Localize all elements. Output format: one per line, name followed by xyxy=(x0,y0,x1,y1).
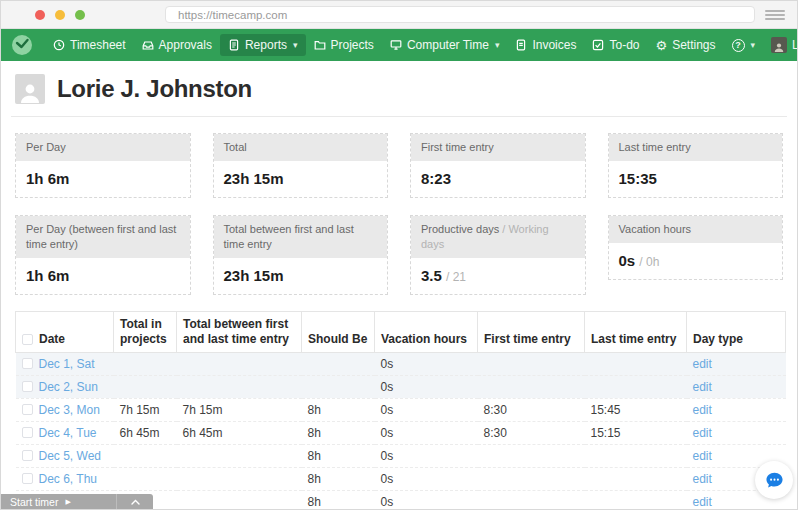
row-checkbox[interactable] xyxy=(22,358,33,369)
table-cell-total-in-projects xyxy=(114,444,177,467)
table-row: Dec 6, Thu8h0sedit xyxy=(16,467,786,490)
table-cell-date: Dec 5, Wed xyxy=(16,444,114,467)
main-navbar: Timesheet Approvals Reports ▾ Projects C… xyxy=(1,29,797,61)
table-row: Dec 2, Sun0sedit xyxy=(16,375,786,398)
card-label: Total xyxy=(214,134,388,161)
user-avatar xyxy=(15,74,45,104)
table-cell-vacation-hours: 0s xyxy=(375,467,478,490)
page-title: Lorie J. Johnston xyxy=(57,75,252,103)
zoom-window-button[interactable] xyxy=(75,10,85,20)
summary-cards: Per Day 1h 6m Total 23h 15m First time e… xyxy=(1,117,797,295)
table-cell-first-time-entry xyxy=(478,352,585,375)
table-cell-last-time-entry xyxy=(585,444,687,467)
edit-link[interactable]: edit xyxy=(693,426,712,440)
column-header-day-type: Day type xyxy=(687,311,786,352)
table-cell-first-time-entry xyxy=(478,467,585,490)
table-cell-last-time-entry xyxy=(585,490,687,510)
edit-link[interactable]: edit xyxy=(693,380,712,394)
card-label: Per Day (between first and last time ent… xyxy=(16,216,190,258)
table-row: Dec 1, Sat0sedit xyxy=(16,352,786,375)
days-table: Date Total in projects Total between fir… xyxy=(15,311,786,510)
card-value-secondary: / 0h xyxy=(639,255,659,269)
table-cell-first-time-entry xyxy=(478,490,585,510)
table-cell-vacation-hours: 0s xyxy=(375,490,478,510)
date-link[interactable]: Dec 5, Wed xyxy=(39,449,101,463)
card-value: 3.5 xyxy=(421,267,442,284)
chevron-up-icon xyxy=(131,499,140,505)
row-checkbox[interactable] xyxy=(22,473,33,484)
minimize-window-button[interactable] xyxy=(55,10,65,20)
date-link[interactable]: Dec 4, Tue xyxy=(39,426,97,440)
table-cell-should-be: 8h xyxy=(302,421,375,444)
edit-link[interactable]: edit xyxy=(693,403,712,417)
table-cell-first-time-entry xyxy=(478,375,585,398)
card-value: 15:35 xyxy=(609,161,783,197)
close-window-button[interactable] xyxy=(35,10,45,20)
table-cell-last-time-entry xyxy=(585,352,687,375)
card-label: Productive days xyxy=(421,223,499,235)
date-link[interactable]: Dec 2, Sun xyxy=(39,380,98,394)
nav-item-reports[interactable]: Reports ▾ xyxy=(220,34,306,56)
app-window: https://timecamp.com Timesheet Approvals… xyxy=(0,0,798,510)
nav-menu: Timesheet Approvals Reports ▾ Projects C… xyxy=(45,29,648,61)
edit-link[interactable]: edit xyxy=(693,449,712,463)
chevron-down-icon: ▾ xyxy=(293,40,298,50)
table-cell-total-between: 7h 15m xyxy=(177,398,302,421)
user-avatar-small xyxy=(771,37,787,53)
card-value: 1h 6m xyxy=(16,258,190,294)
card-productive-days: Productive days / Working days 3.5 / 21 xyxy=(410,215,586,295)
table-cell-total-in-projects xyxy=(114,375,177,398)
table-cell-total-in-projects: 7h 15m xyxy=(114,398,177,421)
table-row: Dec 5, Wed8h0sedit xyxy=(16,444,786,467)
card-per-day: Per Day 1h 6m xyxy=(15,133,191,198)
edit-link[interactable]: edit xyxy=(693,357,712,371)
start-timer-bar[interactable]: Start timer ▶ xyxy=(1,494,153,509)
date-link[interactable]: Dec 1, Sat xyxy=(39,357,95,371)
table-cell-vacation-hours: 0s xyxy=(375,375,478,398)
table-cell-date: Dec 4, Tue xyxy=(16,421,114,444)
address-bar[interactable]: https://timecamp.com xyxy=(165,6,755,23)
report-icon xyxy=(228,39,240,51)
table-cell-total-between xyxy=(177,375,302,398)
table-cell-first-time-entry: 8:30 xyxy=(478,421,585,444)
table-cell-total-in-projects: 6h 45m xyxy=(114,421,177,444)
table-cell-should-be: 8h xyxy=(302,398,375,421)
table-cell-vacation-hours: 0s xyxy=(375,398,478,421)
card-total: Total 23h 15m xyxy=(213,133,389,198)
nav-item-invoices[interactable]: Invoices xyxy=(507,34,584,56)
expand-timer-button[interactable] xyxy=(116,494,153,509)
edit-link[interactable]: edit xyxy=(693,472,712,486)
nav-item-todo[interactable]: To-do xyxy=(584,34,647,56)
table-cell-date: Dec 1, Sat xyxy=(16,352,114,375)
gear-icon: ⚙ xyxy=(656,39,668,52)
row-checkbox[interactable] xyxy=(22,427,33,438)
edit-link[interactable]: edit xyxy=(693,495,712,509)
card-total-between: Total between first and last time entry … xyxy=(213,215,389,295)
table-cell-date: Dec 6, Thu xyxy=(16,467,114,490)
user-menu[interactable]: Lorie J. Johnston ▾ xyxy=(763,33,798,57)
nav-item-computer-time[interactable]: Computer Time ▾ xyxy=(382,34,508,56)
table-cell-day-type: edit xyxy=(687,352,786,375)
date-link[interactable]: Dec 3, Mon xyxy=(39,403,100,417)
table-cell-vacation-hours: 0s xyxy=(375,444,478,467)
row-checkbox[interactable] xyxy=(22,450,33,461)
column-header-date: Date xyxy=(16,311,114,352)
select-all-checkbox[interactable] xyxy=(22,334,33,345)
column-header-last-time-entry: Last time entry xyxy=(585,311,687,352)
nav-item-help[interactable]: ? ▾ xyxy=(724,35,764,56)
chat-widget-button[interactable] xyxy=(755,461,793,499)
card-vacation-hours: Vacation hours 0s / 0h xyxy=(608,215,784,280)
browser-menu-icon[interactable] xyxy=(765,10,785,20)
row-checkbox[interactable] xyxy=(22,404,33,415)
table-row: Dec 4, Tue6h 45m6h 45m8h0s8:3015:15edit xyxy=(16,421,786,444)
nav-item-timesheet[interactable]: Timesheet xyxy=(45,34,134,56)
nav-item-approvals[interactable]: Approvals xyxy=(134,34,220,56)
card-first-time-entry: First time entry 8:23 xyxy=(410,133,586,198)
row-checkbox[interactable] xyxy=(22,381,33,392)
nav-item-settings[interactable]: ⚙ Settings xyxy=(648,34,724,56)
timecamp-logo-icon[interactable] xyxy=(11,34,33,56)
date-link[interactable]: Dec 6, Thu xyxy=(39,472,97,486)
table-cell-last-time-entry xyxy=(585,375,687,398)
nav-item-projects[interactable]: Projects xyxy=(306,34,382,56)
table-cell-date: Dec 3, Mon xyxy=(16,398,114,421)
